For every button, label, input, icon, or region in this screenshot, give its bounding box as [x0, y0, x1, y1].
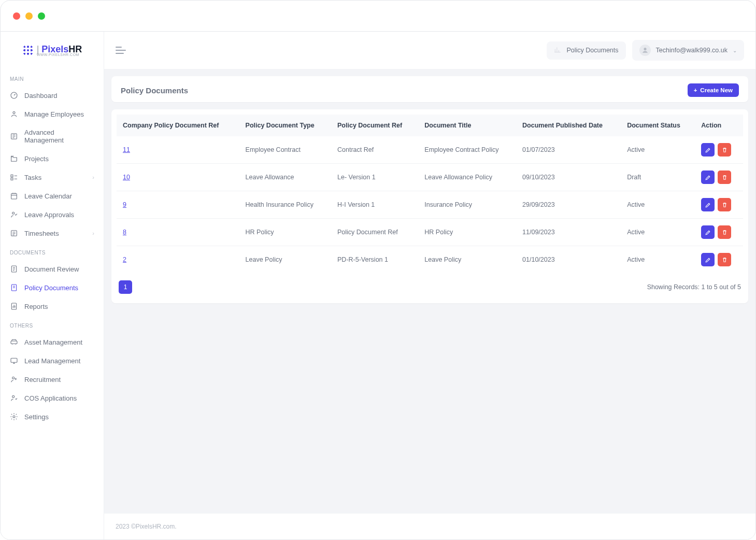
sidebar-item-recruitment[interactable]: Recruitment	[1, 370, 104, 389]
sidebar-item-cos-applications[interactable]: COS Applications	[1, 389, 104, 407]
user-avatar-icon	[639, 45, 651, 56]
edit-button[interactable]	[701, 225, 715, 239]
nav-section-title: MAIN	[1, 69, 104, 86]
lead-management-icon	[10, 357, 18, 365]
cell-type: Leave Allowance	[239, 164, 331, 191]
sidebar-item-lead-management[interactable]: Lead Management	[1, 351, 104, 370]
sidebar-item-label: Policy Documents	[24, 284, 78, 292]
cell-status: Active	[621, 246, 695, 274]
chevron-down-icon: ⌄	[733, 48, 737, 53]
svg-rect-5	[11, 193, 17, 199]
th-ref[interactable]: Company Policy Document Ref	[117, 115, 239, 136]
svg-rect-12	[11, 358, 17, 362]
records-summary: Showing Records: 1 to 5 out of 5	[647, 283, 741, 291]
svg-rect-11	[11, 341, 17, 344]
edit-button[interactable]	[701, 198, 715, 211]
settings-icon	[10, 413, 18, 421]
user-menu[interactable]: Techinfo@walk999.co.uk ⌄	[632, 40, 744, 61]
sidebar-item-leave-calendar[interactable]: Leave Calendar	[1, 187, 104, 205]
menu-toggle-icon[interactable]	[116, 47, 126, 54]
delete-button[interactable]	[718, 143, 731, 157]
timesheets-icon	[10, 229, 18, 237]
chart-icon	[554, 46, 561, 55]
breadcrumb-text: Policy Documents	[566, 47, 618, 54]
browser-titlebar	[1, 1, 755, 32]
cell-title: Leave Allowance Policy	[418, 164, 516, 191]
cell-published: 11/09/2023	[516, 219, 621, 246]
edit-button[interactable]	[701, 253, 715, 266]
logo[interactable]: | PixelsHR WWW.PIXELSHR.COM	[1, 32, 104, 69]
sidebar-item-settings[interactable]: Settings	[1, 407, 104, 426]
cell-published: 01/07/2023	[516, 136, 621, 164]
sidebar-item-document-review[interactable]: Document Review	[1, 260, 104, 278]
svg-point-13	[12, 377, 15, 379]
delete-button[interactable]	[718, 225, 731, 239]
th-title[interactable]: Document Title	[418, 115, 516, 136]
breadcrumb-pill[interactable]: Policy Documents	[547, 41, 625, 60]
projects-icon	[10, 154, 18, 163]
window-minimize-dot[interactable]	[25, 12, 33, 20]
sidebar-item-timesheets[interactable]: Timesheets›	[1, 224, 104, 243]
chevron-right-icon: ›	[92, 230, 94, 236]
pagination-page-1[interactable]: 1	[119, 280, 132, 294]
cell-title: Insurance Policy	[418, 191, 516, 219]
logo-mark-icon	[22, 45, 34, 56]
edit-button[interactable]	[701, 170, 715, 184]
window-close-dot[interactable]	[13, 12, 20, 20]
cell-published: 01/10/2023	[516, 246, 621, 274]
sidebar-item-manage-employees[interactable]: Manage Employees	[1, 105, 104, 123]
svg-rect-3	[11, 175, 13, 177]
window-maximize-dot[interactable]	[38, 12, 45, 20]
sidebar-item-policy-documents[interactable]: Policy Documents	[1, 278, 104, 297]
svg-point-6	[12, 212, 15, 214]
th-status[interactable]: Document Status	[621, 115, 695, 136]
cell-doc_ref: Le- Version 1	[331, 164, 418, 191]
row-ref-link[interactable]: 2	[123, 256, 126, 263]
sidebar-item-tasks[interactable]: Tasks›	[1, 168, 104, 187]
cell-title: HR Policy	[418, 219, 516, 246]
create-new-label: Create New	[700, 87, 733, 93]
delete-button[interactable]	[718, 170, 731, 184]
cell-status: Active	[621, 219, 695, 246]
leave-calendar-icon	[10, 192, 18, 200]
row-ref-link[interactable]: 8	[123, 229, 126, 236]
sidebar-item-label: Asset Management	[24, 338, 82, 346]
sidebar-item-label: Advanced Management	[24, 129, 94, 144]
table-card: Company Policy Document Ref Policy Docum…	[111, 109, 748, 303]
leave-approvals-icon	[10, 210, 18, 219]
svg-point-16	[644, 48, 646, 50]
th-doc-ref[interactable]: Policy Document Ref	[331, 115, 418, 136]
cell-doc_ref: Contract Ref	[331, 136, 418, 164]
delete-button[interactable]	[718, 198, 731, 211]
cell-doc_ref: PD-R-5-Version 1	[331, 246, 418, 274]
cell-type: HR Policy	[239, 219, 331, 246]
edit-button[interactable]	[701, 143, 715, 157]
manage-employees-icon	[10, 110, 18, 118]
row-ref-link[interactable]: 10	[123, 174, 130, 181]
sidebar-item-projects[interactable]: Projects	[1, 149, 104, 168]
sidebar-item-reports[interactable]: Reports	[1, 297, 104, 316]
cell-status: Draft	[621, 164, 695, 191]
document-review-icon	[10, 265, 18, 273]
cell-type: Employee Contract	[239, 136, 331, 164]
delete-button[interactable]	[718, 253, 731, 266]
th-published[interactable]: Document Published Date	[516, 115, 621, 136]
tasks-icon	[10, 173, 18, 181]
plus-icon: +	[694, 87, 697, 93]
th-action[interactable]: Action	[695, 115, 743, 136]
svg-point-1	[13, 111, 15, 113]
sidebar-item-asset-management[interactable]: Asset Management	[1, 333, 104, 351]
cell-published: 09/10/2023	[516, 164, 621, 191]
row-ref-link[interactable]: 11	[123, 146, 130, 153]
sidebar-item-dashboard[interactable]: Dashboard	[1, 86, 104, 105]
create-new-button[interactable]: + Create New	[688, 83, 739, 97]
row-ref-link[interactable]: 9	[123, 201, 126, 208]
sidebar-item-advanced-management[interactable]: Advanced Management	[1, 123, 104, 149]
cell-doc_ref: H-I Version 1	[331, 191, 418, 219]
policy-documents-table: Company Policy Document Ref Policy Docum…	[117, 115, 743, 273]
svg-point-14	[12, 395, 15, 397]
svg-rect-4	[11, 178, 13, 180]
sidebar-item-leave-approvals[interactable]: Leave Approvals	[1, 205, 104, 224]
th-type[interactable]: Policy Document Type	[239, 115, 331, 136]
cell-published: 29/09/2023	[516, 191, 621, 219]
